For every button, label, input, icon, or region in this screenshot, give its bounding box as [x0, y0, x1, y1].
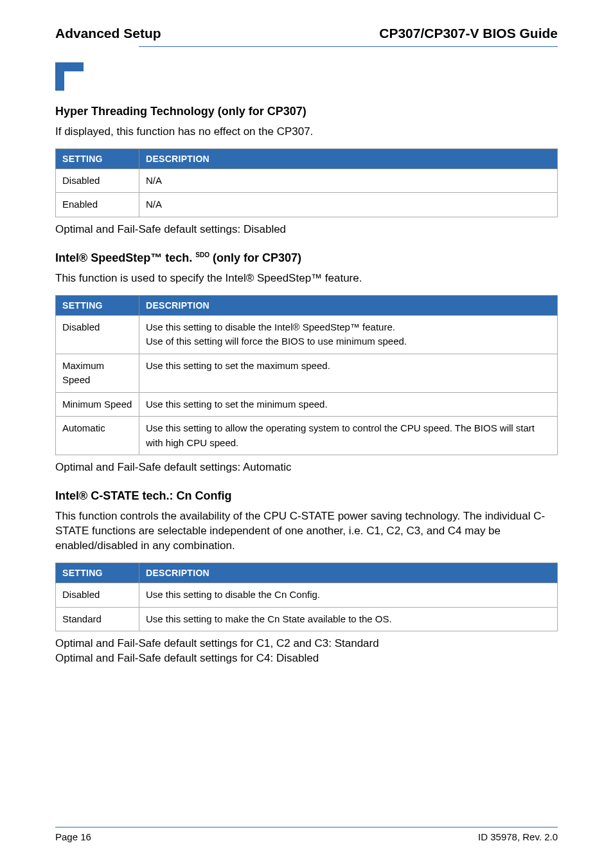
cell-desc: N/A — [139, 168, 558, 193]
cell-setting: Enabled — [56, 193, 139, 217]
th-description: Description — [139, 149, 558, 168]
title-post: (only for CP307) — [209, 251, 301, 264]
table-row: Automatic Use this setting to allow the … — [56, 417, 558, 455]
footer-rule — [55, 827, 558, 827]
cell-desc: Use this setting to disable the Intel® S… — [139, 315, 558, 354]
th-setting: Setting — [56, 563, 139, 583]
footer-right: ID 35978, Rev. 2.0 — [478, 831, 558, 842]
footer-left: Page 16 — [55, 831, 91, 842]
cell-desc: N/A — [139, 193, 558, 217]
section1-after: Optimal and Fail-Safe default settings: … — [55, 222, 558, 237]
section3-table: Setting Description Disabled Use this se… — [55, 563, 558, 631]
table-row: Disabled N/A — [56, 168, 558, 193]
section1-title: Hyper Threading Technology (only for CP3… — [55, 105, 558, 118]
cell-desc: Use this setting to disable the Cn Confi… — [139, 583, 558, 608]
title-pre: Intel® SpeedStep™ tech. — [55, 251, 195, 264]
th-description: Description — [139, 563, 558, 583]
table-row: Enabled N/A — [56, 193, 558, 217]
table-row: Disabled Use this setting to disable the… — [56, 583, 558, 608]
section2-after: Optimal and Fail-Safe default settings: … — [55, 460, 558, 475]
cell-desc: Use this setting to make the Cn State av… — [139, 607, 558, 631]
cell-setting: Disabled — [56, 315, 139, 354]
th-description: Description — [139, 295, 558, 315]
cell-setting: Minimum Speed — [56, 392, 139, 417]
cell-setting: Disabled — [56, 168, 139, 193]
table-row: Minimum Speed Use this setting to set th… — [56, 392, 558, 417]
header-right: CP307/CP307-V BIOS Guide — [379, 26, 558, 41]
header-rule — [139, 46, 558, 47]
svg-rect-1 — [55, 62, 64, 91]
title-sup: SDO — [195, 251, 209, 258]
header-left: Advanced Setup — [55, 26, 161, 41]
page-footer: Page 16 ID 35978, Rev. 2.0 — [55, 827, 558, 842]
cell-desc: Use this setting to allow the operating … — [139, 417, 558, 455]
table-row: Standard Use this setting to make the Cn… — [56, 607, 558, 631]
cell-desc: Use this setting to set the maximum spee… — [139, 354, 558, 392]
cell-setting: Standard — [56, 607, 139, 631]
th-setting: Setting — [56, 295, 139, 315]
logo-icon — [55, 62, 558, 93]
section3-intro: This function controls the availability … — [55, 509, 558, 554]
cell-desc: Use this setting to set the minimum spee… — [139, 392, 558, 417]
cell-setting: Maximum Speed — [56, 354, 139, 392]
page-header: Advanced Setup CP307/CP307-V BIOS Guide — [55, 26, 558, 46]
th-setting: Setting — [56, 149, 139, 168]
section3-title: Intel® C-STATE tech.: Cn Config — [55, 489, 558, 503]
cell-setting: Disabled — [56, 583, 139, 608]
section3-after1: Optimal and Fail-Safe default settings f… — [55, 637, 558, 651]
section2-intro: This function is used to specify the Int… — [55, 271, 558, 286]
section2-title: Intel® SpeedStep™ tech. SDO (only for CP… — [55, 251, 558, 265]
section3-after2: Optimal and Fail-Safe default settings f… — [55, 651, 558, 666]
cell-setting: Automatic — [56, 417, 139, 455]
section1-intro: If displayed, this function has no effec… — [55, 125, 558, 140]
section2-table: Setting Description Disabled Use this se… — [55, 295, 558, 456]
section1-table: Setting Description Disabled N/A Enabled… — [55, 149, 558, 217]
table-row: Disabled Use this setting to disable the… — [56, 315, 558, 354]
table-row: Maximum Speed Use this setting to set th… — [56, 354, 558, 392]
